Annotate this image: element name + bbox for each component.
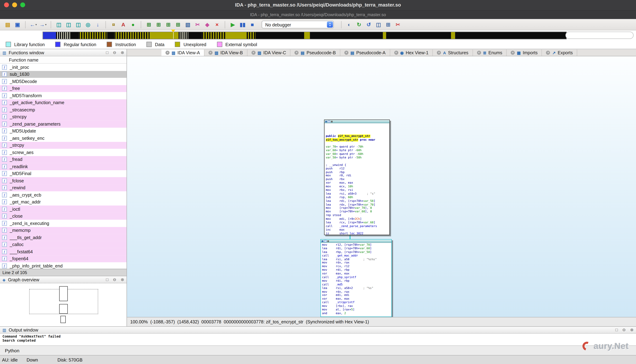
function-row[interactable]: ƒ_close bbox=[0, 213, 127, 220]
text-search-icon[interactable]: A bbox=[120, 20, 127, 28]
tab-hex-view-1[interactable]: ×◉Hex View-1 bbox=[390, 50, 433, 56]
navigate-back-icon[interactable]: ←▾ bbox=[30, 20, 37, 28]
node-title-bar[interactable] bbox=[321, 240, 391, 243]
bookmark-icon[interactable]: ◆ bbox=[204, 20, 211, 28]
function-row[interactable]: ƒ_php_info_print_table_end bbox=[0, 262, 127, 269]
function-row[interactable]: ƒ_strcpy bbox=[0, 142, 127, 149]
tab-enums[interactable]: ×≣Enums bbox=[473, 50, 507, 56]
function-row[interactable]: ƒ_MD5Final bbox=[0, 170, 127, 177]
tab-close-icon[interactable]: × bbox=[166, 51, 170, 55]
node-collapse-icon[interactable] bbox=[325, 120, 327, 122]
combo-stepper-icon[interactable]: ▲▼ bbox=[327, 22, 333, 28]
function-row[interactable]: ƒ___fxstat64 bbox=[0, 248, 127, 255]
float-icon[interactable]: □ bbox=[615, 328, 618, 332]
node-title-bar[interactable] bbox=[325, 120, 389, 123]
record-macro-icon[interactable]: ● bbox=[129, 20, 137, 28]
tab-close-icon[interactable]: × bbox=[437, 51, 441, 55]
graph-overview-canvas[interactable] bbox=[0, 283, 127, 326]
function-row[interactable]: ƒ_rewind bbox=[0, 184, 127, 192]
functions-column-header[interactable]: Function name bbox=[0, 56, 127, 64]
navigation-band[interactable] bbox=[43, 32, 567, 39]
tab-structures[interactable]: ×AStructures bbox=[433, 50, 473, 56]
node-pin-icon[interactable] bbox=[328, 120, 330, 123]
close-window-button[interactable] bbox=[4, 2, 9, 7]
function-row[interactable]: ƒ_readlink bbox=[0, 163, 127, 170]
cancel-icon[interactable]: × bbox=[213, 20, 221, 28]
close-icon[interactable]: ⊗ bbox=[121, 51, 124, 55]
function-row[interactable]: ƒ_aes_crypt_ecb bbox=[0, 192, 127, 198]
window-menu-icon[interactable]: ⊖ bbox=[113, 278, 116, 282]
function-row[interactable]: ƒ_aes_setkey_enc bbox=[0, 135, 127, 142]
cut-snapshot-icon[interactable]: ✂ bbox=[194, 20, 201, 28]
tab-close-icon[interactable]: × bbox=[295, 51, 299, 55]
node-collapse-icon[interactable] bbox=[322, 240, 323, 242]
jump-address-icon[interactable]: ↓ bbox=[94, 20, 101, 28]
desktop-windows-icon[interactable]: ◫ bbox=[55, 20, 63, 28]
previous-window-icon[interactable]: ◫ bbox=[65, 20, 72, 28]
tab-close-icon[interactable]: × bbox=[394, 51, 398, 55]
edit-function-icon[interactable]: ⊞ bbox=[155, 20, 162, 28]
function-row[interactable]: ƒ_free bbox=[0, 85, 127, 92]
quick-filter-input[interactable] bbox=[565, 32, 633, 39]
tab-close-icon[interactable]: × bbox=[546, 51, 550, 55]
function-row[interactable]: ƒ___tls_get_addr bbox=[0, 234, 127, 241]
function-row[interactable]: ƒ_strncpy bbox=[0, 113, 127, 120]
minimize-window-button[interactable] bbox=[12, 2, 17, 7]
float-icon[interactable]: □ bbox=[106, 278, 109, 282]
tab-exports[interactable]: ×↗Exports bbox=[542, 50, 577, 56]
function-row[interactable]: ƒsub_1630 bbox=[0, 71, 127, 78]
step-into-icon[interactable]: ↻ bbox=[355, 20, 363, 28]
tab-close-icon[interactable]: × bbox=[511, 51, 515, 55]
tab-close-icon[interactable]: × bbox=[251, 51, 256, 55]
jump-target-icon[interactable]: ◎ bbox=[84, 20, 92, 28]
attach-process-icon[interactable]: ⊞ bbox=[385, 20, 392, 28]
graph-canvas[interactable]: public zif_tos_encrypt_strzif_tos_encryp… bbox=[127, 56, 636, 317]
tab-pseudocode-a[interactable]: ×▤Pseudocode-A bbox=[340, 50, 390, 56]
function-row[interactable]: ƒ_zend_is_executing bbox=[0, 220, 127, 227]
function-row[interactable]: ƒ_get_active_function_name bbox=[0, 99, 127, 106]
tab-close-icon[interactable]: × bbox=[344, 51, 348, 55]
window-menu-icon[interactable]: ⊖ bbox=[113, 51, 116, 55]
start-process-icon[interactable]: ▶ bbox=[229, 20, 236, 28]
zoom-window-button[interactable] bbox=[20, 2, 25, 7]
cli-selector-button[interactable]: Python bbox=[5, 348, 19, 353]
pause-process-icon[interactable]: ▮▮ bbox=[239, 20, 246, 28]
create-enum-icon[interactable]: ⊞ bbox=[174, 20, 182, 28]
debugger-setup-icon[interactable]: ◐ bbox=[345, 20, 353, 28]
function-row[interactable]: ƒ_get_mac_addr bbox=[0, 198, 127, 206]
function-row[interactable]: ƒ_MD5Update bbox=[0, 128, 127, 135]
colorize-icon[interactable]: ▧ bbox=[184, 20, 192, 28]
close-icon[interactable]: ⊗ bbox=[630, 328, 633, 332]
function-row[interactable]: ƒ_MD5Transform bbox=[0, 92, 127, 99]
node-menu-icon[interactable] bbox=[327, 240, 329, 242]
function-row[interactable]: ƒ_zend_parse_parameters bbox=[0, 120, 127, 128]
tab-ida-view-a[interactable]: ×▥IDA View-A bbox=[162, 50, 204, 56]
function-row[interactable]: ƒ_init_proc bbox=[0, 64, 127, 71]
tab-ida-view-c[interactable]: ×▥IDA View-C bbox=[247, 50, 291, 56]
function-row[interactable]: ƒ_memcmp bbox=[0, 227, 127, 234]
function-row[interactable]: ƒ_fclose bbox=[0, 177, 127, 184]
stop-process-icon[interactable]: ■ bbox=[249, 20, 256, 28]
function-row[interactable]: ƒ_fread bbox=[0, 156, 127, 163]
function-row[interactable]: ƒ_calloc bbox=[0, 241, 127, 248]
run-until-return-icon[interactable]: ◫ bbox=[375, 20, 382, 28]
tab-close-icon[interactable]: × bbox=[477, 51, 481, 55]
graph-node-next[interactable]: mov r12, [rsp+78h+var_70]lea rdi, [rsp+7… bbox=[320, 239, 392, 317]
create-function-icon[interactable]: ⊞ bbox=[145, 20, 152, 28]
graph-node-entry[interactable]: public zif_tos_encrypt_strzif_tos_encryp… bbox=[324, 120, 390, 235]
node-pin-icon[interactable] bbox=[324, 240, 327, 242]
open-file-icon[interactable]: ▤ bbox=[4, 20, 11, 28]
output-log[interactable]: Command "AskNextText" failedSearch compl… bbox=[0, 334, 636, 345]
function-row[interactable]: ƒ_fopen64 bbox=[0, 255, 127, 262]
save-file-icon[interactable]: ▣ bbox=[14, 20, 21, 28]
tab-imports[interactable]: ×▦Imports bbox=[507, 50, 542, 56]
window-menu-icon[interactable]: ⊖ bbox=[622, 328, 626, 332]
navigate-forward-icon[interactable]: →▾ bbox=[40, 20, 47, 28]
create-struct-icon[interactable]: ⊞ bbox=[165, 20, 172, 28]
close-icon[interactable]: ⊗ bbox=[121, 278, 124, 282]
debugger-select[interactable]: No debugger▲▼ bbox=[262, 21, 334, 28]
detach-process-icon[interactable]: ✂ bbox=[394, 20, 402, 28]
next-window-icon[interactable]: ◫ bbox=[75, 20, 82, 28]
step-over-icon[interactable]: ↺ bbox=[365, 20, 372, 28]
function-row[interactable]: ƒ_screw_aes bbox=[0, 149, 127, 156]
